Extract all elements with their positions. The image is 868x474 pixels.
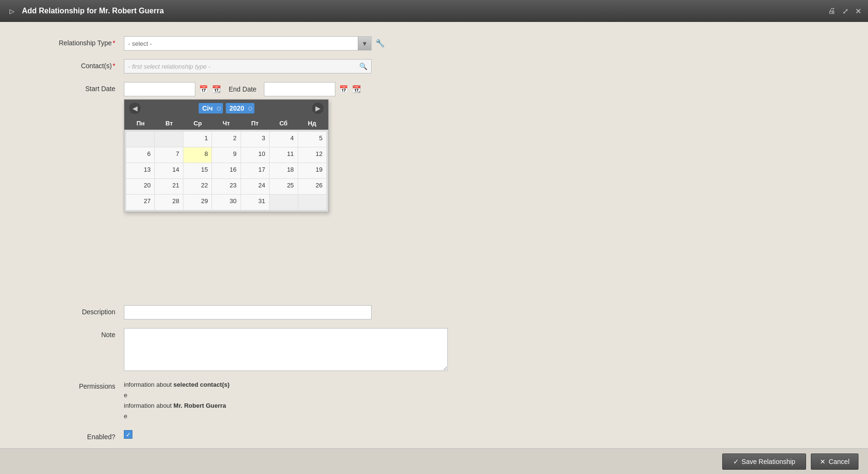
end-date-calendar-icon2[interactable]: 📆 xyxy=(352,85,361,93)
dialog-title: Add Relationship for Mr. Robert Guerra xyxy=(22,7,823,15)
cal-day-7[interactable]: 7 xyxy=(155,147,183,163)
cal-empty xyxy=(270,195,298,210)
cal-empty xyxy=(126,132,154,147)
start-date-calendar-icon2[interactable]: 📆 xyxy=(212,85,221,93)
day-mon: Пн xyxy=(126,120,155,127)
cal-day-17[interactable]: 17 xyxy=(241,163,269,178)
permissions-controls: information about selected contact(s) e … xyxy=(124,380,839,422)
cal-day-13[interactable]: 13 xyxy=(126,163,154,178)
save-button-label: Save Relationship xyxy=(742,458,796,465)
cal-day-21[interactable]: 21 xyxy=(155,179,183,194)
relationship-type-controls: - select - ▼ 🔧 xyxy=(124,36,839,51)
cal-day-10[interactable]: 10 xyxy=(241,147,269,163)
relationship-type-select-text: - select - xyxy=(128,40,367,47)
calendar-prev-button[interactable]: ◀ xyxy=(129,103,141,114)
enabled-checkbox[interactable]: ✓ xyxy=(124,430,132,439)
contacts-row: Contact(s)* - first select relationship … xyxy=(29,59,839,73)
cal-day-23[interactable]: 23 xyxy=(212,179,240,194)
cal-day-24[interactable]: 24 xyxy=(241,179,269,194)
cancel-button[interactable]: ✕ Cancel xyxy=(811,453,858,470)
cal-day-20[interactable]: 20 xyxy=(126,179,154,194)
permissions-text: information about selected contact(s) e … xyxy=(124,380,230,422)
cal-day-15[interactable]: 15 xyxy=(183,163,212,178)
search-icon[interactable]: 🔍 xyxy=(359,62,367,70)
note-row: Note xyxy=(29,328,839,371)
cal-day-16[interactable]: 16 xyxy=(212,163,240,178)
calendar-days-header: Пн Вт Ср Чт Пт Сб Нд xyxy=(124,117,328,130)
cal-day-8[interactable]: 8 xyxy=(183,147,212,163)
relationship-type-row: Relationship Type* - select - ▼ 🔧 xyxy=(29,36,839,51)
permissions-line4: e xyxy=(124,412,127,420)
calendar-grid: 1 2 3 4 5 6 7 8 9 10 11 12 13 14 15 xyxy=(124,130,328,212)
save-relationship-button[interactable]: ✓ Save Relationship xyxy=(722,453,807,470)
cal-day-2[interactable]: 2 xyxy=(212,132,240,147)
cal-day-27[interactable]: 27 xyxy=(126,195,154,210)
year-select-wrap: 2020 xyxy=(226,103,254,113)
cal-day-14[interactable]: 14 xyxy=(155,163,183,178)
description-input[interactable] xyxy=(124,305,372,319)
start-date-label: Start Date xyxy=(29,82,124,93)
calendar-year-select[interactable]: 2020 xyxy=(226,103,254,113)
cal-day-9[interactable]: 9 xyxy=(212,147,240,163)
required-star: * xyxy=(113,39,115,47)
cal-day-30[interactable]: 30 xyxy=(212,195,240,210)
cancel-button-label: Cancel xyxy=(828,458,849,465)
save-check-icon: ✓ xyxy=(733,458,739,465)
print-icon[interactable]: 🖨 xyxy=(828,7,836,15)
permissions-row: Permissions information about selected c… xyxy=(29,380,839,422)
cal-day-26[interactable]: 26 xyxy=(298,179,326,194)
permissions-line1: information about selected contact(s) xyxy=(124,381,230,388)
description-label: Description xyxy=(29,305,124,316)
wrench-icon[interactable]: 🔧 xyxy=(375,36,385,48)
contacts-search-input[interactable]: - first select relationship type - 🔍 xyxy=(124,59,372,73)
cal-day-12[interactable]: 12 xyxy=(298,147,326,163)
cal-day-19[interactable]: 19 xyxy=(298,163,326,178)
end-date-calendar-icon[interactable]: 📅 xyxy=(339,85,348,93)
cal-day-1[interactable]: 1 xyxy=(183,132,212,147)
cal-day-6[interactable]: 6 xyxy=(126,147,154,163)
cal-day-11[interactable]: 11 xyxy=(270,147,298,163)
relationship-type-select[interactable]: - select - ▼ xyxy=(124,36,372,51)
calendar-header: ◀ Січ 2020 ▶ xyxy=(124,100,328,117)
end-date-input[interactable] xyxy=(264,82,335,96)
date-controls: 📅 📆 End Date 📅 📆 ◀ Січ xyxy=(124,82,839,96)
enabled-label: Enabled? xyxy=(29,430,124,441)
calendar-next-button[interactable]: ▶ xyxy=(312,103,323,114)
start-date-calendar-icon[interactable]: 📅 xyxy=(199,85,208,93)
cal-day-28[interactable]: 28 xyxy=(155,195,183,210)
cal-empty xyxy=(155,132,183,147)
note-controls xyxy=(124,328,839,371)
day-sat: Сб xyxy=(269,120,298,127)
contacts-controls: - first select relationship type - 🔍 xyxy=(124,59,839,73)
day-sun: Нд xyxy=(298,120,326,127)
calendar-popup: ◀ Січ 2020 ▶ xyxy=(124,99,329,212)
title-bar: ▷ Add Relationship for Mr. Robert Guerra… xyxy=(0,0,868,22)
month-select-wrap: Січ xyxy=(199,103,223,113)
select-arrow[interactable]: ▼ xyxy=(358,37,371,50)
cal-day-31[interactable]: 31 xyxy=(241,195,269,210)
enabled-controls: ✓ xyxy=(124,430,839,439)
cal-day-18[interactable]: 18 xyxy=(270,163,298,178)
note-textarea[interactable] xyxy=(124,328,448,371)
start-date-input[interactable] xyxy=(124,82,195,96)
calendar-month-select[interactable]: Січ xyxy=(199,103,223,113)
cal-day-22[interactable]: 22 xyxy=(183,179,212,194)
cal-day-4[interactable]: 4 xyxy=(270,132,298,147)
cal-day-29[interactable]: 29 xyxy=(183,195,212,210)
permissions-line3: information about Mr. Robert Guerra xyxy=(124,402,226,409)
cal-day-5[interactable]: 5 xyxy=(298,132,326,147)
app-icon: ▷ xyxy=(7,6,17,16)
description-controls xyxy=(124,305,839,319)
contacts-required-star: * xyxy=(113,62,115,70)
cancel-x-icon: ✕ xyxy=(820,458,826,465)
relationship-type-label: Relationship Type* xyxy=(29,36,124,47)
title-bar-controls: 🖨 ⤢ ✕ xyxy=(828,7,861,16)
cal-day-3[interactable]: 3 xyxy=(241,132,269,147)
close-icon[interactable]: ✕ xyxy=(855,7,861,16)
enabled-row: Enabled? ✓ xyxy=(29,430,839,441)
date-row: Start Date 📅 📆 End Date 📅 📆 ◀ xyxy=(29,82,839,96)
cal-day-25[interactable]: 25 xyxy=(270,179,298,194)
expand-icon[interactable]: ⤢ xyxy=(842,7,848,16)
cal-empty xyxy=(298,195,326,210)
date-inputs: 📅 📆 End Date 📅 📆 xyxy=(124,82,361,96)
